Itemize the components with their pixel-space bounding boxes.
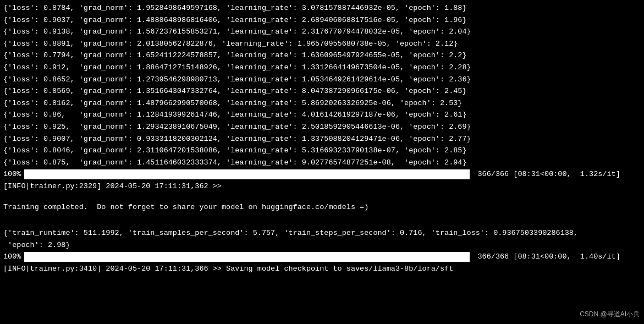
- progress-bar-2: [24, 252, 470, 262]
- progress-bar-2-row: 100% 366/366 [08:31<00:00, 1.40s/it]: [3, 251, 641, 263]
- log-line: {'loss': 0.9007, 'grad_norm': 0.93331182…: [3, 133, 641, 145]
- info-line-1: [INFO|trainer.py:2329] 2024-05-20 17:11:…: [3, 180, 641, 193]
- log-line: {'loss': 0.86, 'grad_norm': 1.1284193992…: [3, 109, 641, 121]
- terminal: {'loss': 0.8784, 'grad_norm': 1.95284986…: [0, 0, 644, 277]
- progress-bar-1-row: 100% 366/366 [08:31<00:00, 1.32s/it]: [3, 168, 641, 180]
- log-line: {'loss': 0.9138, 'grad_norm': 1.56723761…: [3, 26, 641, 38]
- log-line: {'loss': 0.8891, 'grad_norm': 2.01380562…: [3, 38, 641, 50]
- dict-line-2: 'epoch': 2.98}: [3, 239, 641, 251]
- log-line: {'loss': 0.8569, 'grad_norm': 1.35166430…: [3, 85, 641, 97]
- progress-1-label: 100%: [3, 168, 21, 180]
- log-line: {'loss': 0.912, 'grad_norm': 1.886471271…: [3, 62, 641, 74]
- progress-2-label: 100%: [3, 251, 21, 263]
- progress-1-stats: 366/366 [08:31<00:00, 1.32s/it]: [473, 168, 620, 180]
- info-line-2: [INFO|trainer.py:3410] 2024-05-20 17:11:…: [3, 263, 641, 275]
- log-line: {'loss': 0.7794, 'grad_norm': 1.65241122…: [3, 50, 641, 62]
- progress-bar-1: [24, 169, 470, 179]
- blank-2: [3, 216, 641, 222]
- log-line: {'loss': 0.8162, 'grad_norm': 1.48796629…: [3, 97, 641, 109]
- progress-2-stats: 366/366 [08:31<00:00, 1.40s/it]: [473, 251, 620, 263]
- blank-3: [3, 222, 641, 227]
- dict-line-1: {'train_runtime': 511.1992, 'train_sampl…: [3, 227, 641, 239]
- log-line: {'loss': 0.8784, 'grad_norm': 1.95284986…: [3, 2, 641, 14]
- progress-bar-1-fill: [24, 169, 470, 179]
- log-lines: {'loss': 0.8784, 'grad_norm': 1.95284986…: [3, 2, 641, 168]
- blank-1: [3, 193, 641, 198]
- log-line: {'loss': 0.8046, 'grad_norm': 2.31106472…: [3, 145, 641, 157]
- training-message: Training completed. Do not forget to sha…: [3, 201, 641, 213]
- log-line: {'loss': 0.8652, 'grad_norm': 1.27395462…: [3, 74, 641, 86]
- progress-bar-2-fill: [24, 252, 470, 262]
- log-line: {'loss': 0.9037, 'grad_norm': 1.48886489…: [3, 14, 641, 26]
- log-line: {'loss': 0.875, 'grad_norm': 1.451164603…: [3, 157, 641, 169]
- log-line: {'loss': 0.925, 'grad_norm': 1.293423891…: [3, 121, 641, 133]
- watermark: CSDN @寻道AI小兵: [580, 309, 640, 320]
